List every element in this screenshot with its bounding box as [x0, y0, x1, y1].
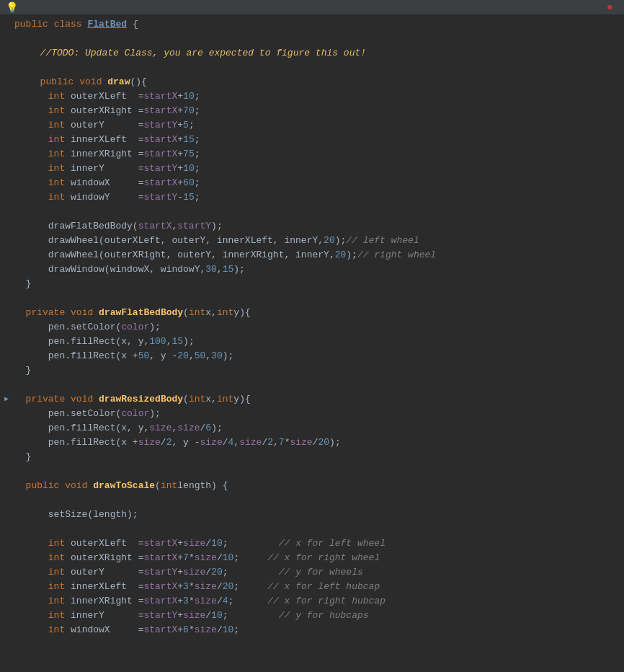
line-ts-outerXRight: int outerXRight = startX + 7 * size / 10…: [0, 551, 624, 565]
line-windowY: int windowY = startY - 15 ;: [0, 190, 624, 205]
line-outerXLeft: int outerXLeft = startX + 10 ;: [0, 89, 624, 104]
line-gutter-1: ▶: [0, 392, 13, 407]
line-drawFlatBedBody-decl: private void drawFlatBedBody ( int x, in…: [0, 306, 624, 320]
line-close-draw: }: [0, 277, 624, 291]
line-drawWheel1: drawWheel(outerXLeft, outerY, innerXLeft…: [0, 234, 624, 248]
line-drawToScale-decl: public void drawToScale ( int length) {: [0, 479, 624, 493]
line-blank-6: [0, 464, 624, 479]
line-drawWindow: drawWindow(windowX, windowY, 30 , 15 );: [0, 262, 624, 277]
line-close-flatbedBody: }: [0, 363, 624, 378]
line-1: public class FlatBed {: [0, 17, 624, 32]
line-drawResizedBody-decl: ▶ private void drawResizedBody ( int x, …: [0, 392, 624, 407]
line-fillRect2: pen.fillRect(x + 50 , y - 20 , 50 , 30 )…: [0, 349, 624, 363]
top-bar: 💡 ●: [0, 0, 624, 14]
line-drawFlatBedBody: drawFlatBedBody( startX , startY );: [0, 219, 624, 234]
line-drawWheel2: drawWheel(outerXRight, outerY, innerXRig…: [0, 248, 624, 262]
line-innerXLeft: int innerXLeft = startX + 15 ;: [0, 133, 624, 147]
line-setColor2: pen.setColor( color );: [0, 407, 624, 421]
line-blank-5: [0, 378, 624, 392]
line-fillRect4: pen.fillRect(x + size / 2 , y - size / 4…: [0, 436, 624, 450]
line-setColor1: pen.setColor( color );: [0, 320, 624, 335]
line-innerXRight: int innerXRight = startX + 75 ;: [0, 147, 624, 162]
line-ts-innerY: int innerY = startY + size / 10 ; // y f…: [0, 609, 624, 623]
line-setSize: setSize(length);: [0, 508, 624, 522]
line-blank-8: [0, 522, 624, 536]
line-blank-4: [0, 291, 624, 306]
line-windowX: int windowX = startX + 60 ;: [0, 176, 624, 190]
line-fillRect3: pen.fillRect(x, y, size , size / 6 );: [0, 421, 624, 436]
line-ts-innerXRight: int innerXRight = startX + 3 * size / 4 …: [0, 594, 624, 609]
line-close-resizedBody: }: [0, 450, 624, 464]
line-blank-2: [0, 61, 624, 75]
code-editor: 💡 ● public class FlatBed { //TODO: Updat…: [0, 0, 624, 672]
line-ts-windowX: int windowX = startX + 6 * size / 10 ;: [0, 623, 624, 637]
line-innerY: int innerY = startY + 10 ;: [0, 162, 624, 176]
line-blank-7: [0, 493, 624, 508]
lightbulb-icon: 💡: [6, 1, 17, 13]
line-ts-outerXLeft: int outerXLeft = startX + size / 10 ; //…: [0, 536, 624, 551]
line-blank-3: [0, 205, 624, 219]
line-blank-1: [0, 32, 624, 46]
line-ts-innerXLeft: int innerXLeft = startX + 3 * size / 20 …: [0, 580, 624, 594]
warning-icon: ●: [607, 1, 618, 13]
line-outerXRight: int outerXRight = startX + 70 ;: [0, 104, 624, 118]
line-todo: //TODO: Update Class, you are expected t…: [0, 46, 624, 61]
line-fillRect1: pen.fillRect(x, y, 100 , 15 );: [0, 335, 624, 349]
line-outerY: int outerY = startY + 5 ;: [0, 118, 624, 133]
line-draw-decl: public void draw(){: [0, 75, 624, 89]
line-ts-outerY: int outerY = startY + size / 20 ; // y f…: [0, 565, 624, 580]
code-content: public class FlatBed { //TODO: Update Cl…: [0, 14, 624, 640]
